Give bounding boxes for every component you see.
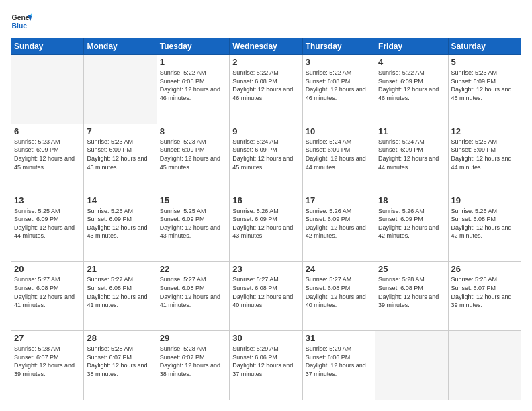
day-number: 24 [306, 264, 372, 274]
calendar-cell: 17Sunrise: 5:26 AMSunset: 6:09 PMDayligh… [302, 193, 375, 262]
calendar-cell: 25Sunrise: 5:28 AMSunset: 6:08 PMDayligh… [375, 262, 448, 331]
calendar-cell: 16Sunrise: 5:26 AMSunset: 6:09 PMDayligh… [230, 193, 302, 262]
calendar-header-monday: Monday [84, 38, 157, 55]
day-info: Sunrise: 5:22 AMSunset: 6:09 PMDaylight:… [378, 68, 445, 102]
day-info: Sunrise: 5:25 AMSunset: 6:09 PMDaylight:… [14, 207, 81, 240]
day-number: 25 [378, 264, 445, 274]
day-number: 15 [160, 195, 226, 205]
calendar-cell [375, 331, 448, 400]
day-info: Sunrise: 5:28 AMSunset: 6:07 PMDaylight:… [451, 275, 518, 309]
logo-icon: General Blue [11, 11, 32, 32]
calendar-week-2: 6Sunrise: 5:23 AMSunset: 6:09 PMDaylight… [11, 124, 521, 193]
calendar-cell [84, 55, 157, 124]
calendar-cell: 11Sunrise: 5:24 AMSunset: 6:09 PMDayligh… [375, 124, 448, 193]
day-number: 29 [160, 333, 226, 343]
calendar-header-tuesday: Tuesday [157, 38, 229, 55]
calendar-week-5: 27Sunrise: 5:28 AMSunset: 6:07 PMDayligh… [11, 331, 521, 400]
day-info: Sunrise: 5:26 AMSunset: 6:09 PMDaylight:… [232, 207, 299, 240]
day-info: Sunrise: 5:24 AMSunset: 6:09 PMDaylight:… [306, 138, 372, 171]
day-number: 17 [306, 195, 372, 205]
day-number: 28 [87, 333, 153, 343]
day-number: 20 [14, 264, 81, 274]
calendar-cell: 26Sunrise: 5:28 AMSunset: 6:07 PMDayligh… [448, 262, 521, 331]
day-info: Sunrise: 5:28 AMSunset: 6:07 PMDaylight:… [87, 345, 153, 378]
day-info: Sunrise: 5:25 AMSunset: 6:09 PMDaylight:… [87, 207, 153, 240]
day-number: 27 [14, 333, 81, 343]
day-number: 19 [451, 195, 518, 205]
calendar: SundayMondayTuesdayWednesdayThursdayFrid… [11, 38, 521, 400]
calendar-header-sunday: Sunday [11, 38, 84, 55]
day-number: 13 [14, 195, 81, 205]
day-number: 16 [232, 195, 299, 205]
day-info: Sunrise: 5:26 AMSunset: 6:08 PMDaylight:… [451, 207, 518, 240]
day-number: 6 [14, 126, 81, 136]
day-info: Sunrise: 5:28 AMSunset: 6:07 PMDaylight:… [160, 345, 226, 378]
day-info: Sunrise: 5:22 AMSunset: 6:08 PMDaylight:… [306, 68, 372, 102]
calendar-cell [448, 331, 521, 400]
svg-text:Blue: Blue [12, 22, 28, 30]
day-number: 21 [87, 264, 153, 274]
calendar-cell: 24Sunrise: 5:27 AMSunset: 6:08 PMDayligh… [302, 262, 375, 331]
calendar-cell: 14Sunrise: 5:25 AMSunset: 6:09 PMDayligh… [84, 193, 157, 262]
calendar-cell: 21Sunrise: 5:27 AMSunset: 6:08 PMDayligh… [84, 262, 157, 331]
day-info: Sunrise: 5:28 AMSunset: 6:07 PMDaylight:… [14, 345, 81, 378]
day-info: Sunrise: 5:28 AMSunset: 6:08 PMDaylight:… [378, 275, 445, 309]
calendar-cell: 28Sunrise: 5:28 AMSunset: 6:07 PMDayligh… [84, 331, 157, 400]
day-info: Sunrise: 5:25 AMSunset: 6:09 PMDaylight:… [160, 207, 226, 240]
day-number: 23 [232, 264, 299, 274]
day-info: Sunrise: 5:25 AMSunset: 6:09 PMDaylight:… [451, 138, 518, 171]
day-info: Sunrise: 5:27 AMSunset: 6:08 PMDaylight:… [232, 275, 299, 309]
day-info: Sunrise: 5:23 AMSunset: 6:09 PMDaylight:… [451, 68, 518, 102]
calendar-cell: 29Sunrise: 5:28 AMSunset: 6:07 PMDayligh… [157, 331, 229, 400]
day-number: 30 [232, 333, 299, 343]
day-number: 3 [306, 57, 372, 67]
day-info: Sunrise: 5:29 AMSunset: 6:06 PMDaylight:… [306, 345, 372, 378]
page: General Blue SundayMondayTuesdayWednesda… [0, 0, 532, 411]
day-info: Sunrise: 5:22 AMSunset: 6:08 PMDaylight:… [160, 68, 226, 102]
day-info: Sunrise: 5:24 AMSunset: 6:09 PMDaylight:… [378, 138, 445, 171]
day-number: 1 [160, 57, 226, 67]
header: General Blue [11, 11, 521, 32]
calendar-week-3: 13Sunrise: 5:25 AMSunset: 6:09 PMDayligh… [11, 193, 521, 262]
calendar-cell: 5Sunrise: 5:23 AMSunset: 6:09 PMDaylight… [448, 55, 521, 124]
logo: General Blue [11, 11, 32, 32]
calendar-header-thursday: Thursday [302, 38, 375, 55]
calendar-cell: 10Sunrise: 5:24 AMSunset: 6:09 PMDayligh… [302, 124, 375, 193]
calendar-cell: 1Sunrise: 5:22 AMSunset: 6:08 PMDaylight… [157, 55, 229, 124]
calendar-cell: 12Sunrise: 5:25 AMSunset: 6:09 PMDayligh… [448, 124, 521, 193]
calendar-cell: 9Sunrise: 5:24 AMSunset: 6:09 PMDaylight… [230, 124, 302, 193]
day-info: Sunrise: 5:27 AMSunset: 6:08 PMDaylight:… [87, 275, 153, 309]
day-number: 10 [306, 126, 372, 136]
day-info: Sunrise: 5:23 AMSunset: 6:09 PMDaylight:… [87, 138, 153, 171]
calendar-cell: 23Sunrise: 5:27 AMSunset: 6:08 PMDayligh… [230, 262, 302, 331]
calendar-header-saturday: Saturday [448, 38, 521, 55]
calendar-cell: 30Sunrise: 5:29 AMSunset: 6:06 PMDayligh… [230, 331, 302, 400]
calendar-header-row: SundayMondayTuesdayWednesdayThursdayFrid… [11, 38, 521, 55]
calendar-cell: 22Sunrise: 5:27 AMSunset: 6:08 PMDayligh… [157, 262, 229, 331]
day-number: 7 [87, 126, 153, 136]
day-number: 9 [232, 126, 299, 136]
calendar-cell: 3Sunrise: 5:22 AMSunset: 6:08 PMDaylight… [302, 55, 375, 124]
day-info: Sunrise: 5:22 AMSunset: 6:08 PMDaylight:… [232, 68, 299, 102]
calendar-cell: 4Sunrise: 5:22 AMSunset: 6:09 PMDaylight… [375, 55, 448, 124]
day-info: Sunrise: 5:24 AMSunset: 6:09 PMDaylight:… [232, 138, 299, 171]
day-number: 12 [451, 126, 518, 136]
calendar-cell: 20Sunrise: 5:27 AMSunset: 6:08 PMDayligh… [11, 262, 84, 331]
day-number: 2 [232, 57, 299, 67]
day-info: Sunrise: 5:26 AMSunset: 6:09 PMDaylight:… [306, 207, 372, 240]
day-number: 22 [160, 264, 226, 274]
day-info: Sunrise: 5:27 AMSunset: 6:08 PMDaylight:… [14, 275, 81, 309]
calendar-header-friday: Friday [375, 38, 448, 55]
day-number: 8 [160, 126, 226, 136]
day-info: Sunrise: 5:27 AMSunset: 6:08 PMDaylight:… [306, 275, 372, 309]
day-info: Sunrise: 5:27 AMSunset: 6:08 PMDaylight:… [160, 275, 226, 309]
day-number: 4 [378, 57, 445, 67]
day-info: Sunrise: 5:23 AMSunset: 6:09 PMDaylight:… [160, 138, 226, 171]
day-info: Sunrise: 5:29 AMSunset: 6:06 PMDaylight:… [232, 345, 299, 378]
calendar-cell: 15Sunrise: 5:25 AMSunset: 6:09 PMDayligh… [157, 193, 229, 262]
day-number: 31 [306, 333, 372, 343]
calendar-cell: 27Sunrise: 5:28 AMSunset: 6:07 PMDayligh… [11, 331, 84, 400]
calendar-body: 1Sunrise: 5:22 AMSunset: 6:08 PMDaylight… [11, 55, 521, 400]
calendar-cell: 6Sunrise: 5:23 AMSunset: 6:09 PMDaylight… [11, 124, 84, 193]
calendar-cell: 13Sunrise: 5:25 AMSunset: 6:09 PMDayligh… [11, 193, 84, 262]
